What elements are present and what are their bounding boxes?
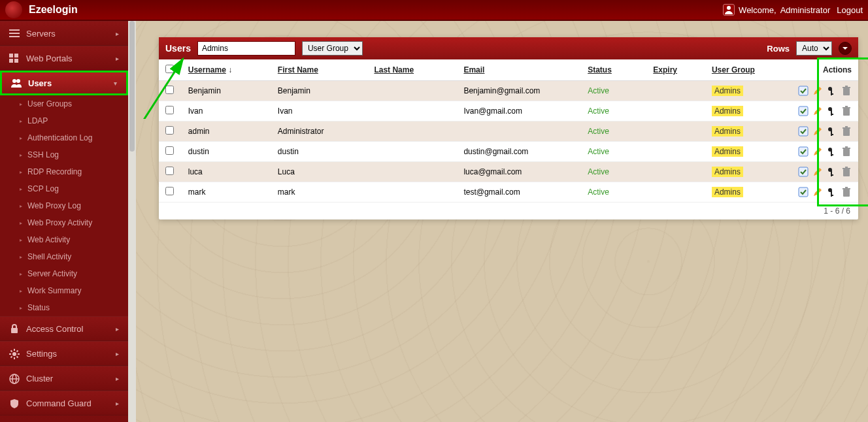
sidebar-sub-ldap[interactable]: ▸LDAP: [0, 112, 128, 129]
sidebar-sub-work-summary[interactable]: ▸Work Summary: [0, 282, 128, 299]
filter-select[interactable]: User Group: [302, 41, 363, 56]
sidebar-item-servers[interactable]: Servers ▸: [0, 21, 128, 46]
cell-username: Ivan: [182, 101, 271, 122]
key-icon[interactable]: [827, 146, 837, 157]
col-expiry[interactable]: Expiry: [653, 65, 677, 74]
chevron-right-icon: ▸: [116, 350, 119, 357]
sidebar-item-commandguard[interactable]: Command Guard ▸: [0, 391, 128, 415]
delete-icon[interactable]: [841, 106, 852, 116]
welcome-prefix: Welcome,: [739, 5, 776, 15]
sidebar-sub-status[interactable]: ▸Status: [0, 299, 128, 316]
sidebar: Servers ▸ Web Portals ▸ Users ▾ ▸User Gr…: [0, 21, 128, 422]
sidebar-sub-web-proxy-activity[interactable]: ▸Web Proxy Activity: [0, 214, 128, 231]
sidebar-sub-label: Web Proxy Log: [27, 201, 81, 210]
row-checkbox[interactable]: [165, 126, 174, 135]
sidebar-item-settings[interactable]: Settings ▸: [0, 341, 128, 366]
svg-rect-26: [843, 107, 850, 108]
delete-icon[interactable]: [841, 86, 852, 96]
sidebar-sub-server-activity[interactable]: ▸Server Activity: [0, 265, 128, 282]
edit-icon[interactable]: [798, 167, 809, 177]
sidebar-sub-ssh-log[interactable]: ▸SSH Log: [0, 146, 128, 163]
chevron-right-icon: ▸: [116, 375, 119, 382]
pencil-icon[interactable]: [812, 187, 823, 197]
sidebar-item-cluster[interactable]: Cluster ▸: [0, 366, 128, 391]
sidebar-sub-label: LDAP: [27, 116, 48, 125]
sidebar-sub-user-groups[interactable]: ▸User Groups: [0, 95, 128, 112]
table-row: markmarktest@gmail.comActiveAdmins: [159, 182, 858, 203]
table-row: BenjaminBenjaminBenjamin@gmail.comActive…: [159, 81, 858, 101]
sidebar-item-accesscontrol[interactable]: Access Control ▸: [0, 316, 128, 341]
shield-icon: [9, 398, 20, 408]
sidebar-item-users[interactable]: Users ▾: [0, 71, 128, 95]
key-icon[interactable]: [827, 167, 837, 177]
sidebar-sub-scp-log[interactable]: ▸SCP Log: [0, 180, 128, 197]
edit-icon[interactable]: [798, 106, 809, 116]
svg-rect-7: [14, 59, 18, 63]
key-icon[interactable]: [827, 86, 837, 96]
col-lastname[interactable]: Last Name: [374, 65, 414, 74]
cell-actions: [788, 81, 858, 101]
col-firstname[interactable]: First Name: [278, 65, 318, 74]
cell-lastname: [367, 101, 457, 122]
key-icon[interactable]: [827, 187, 837, 197]
sidebar-sub-web-activity[interactable]: ▸Web Activity: [0, 231, 128, 248]
edit-icon[interactable]: [798, 187, 809, 197]
sidebar-sub-authentication-log[interactable]: ▸Authentication Log: [0, 129, 128, 146]
sidebar-sub-shell-activity[interactable]: ▸Shell Activity: [0, 248, 128, 265]
col-usergroup[interactable]: User Group: [712, 65, 755, 74]
sidebar-item-label: Users: [28, 78, 107, 88]
sidebar-item-webportals[interactable]: Web Portals ▸: [0, 46, 128, 71]
triangle-right-icon: ▸: [20, 118, 22, 124]
cell-actions: [788, 182, 858, 203]
cell-status: Active: [581, 101, 646, 122]
chevron-right-icon: ▸: [116, 400, 119, 407]
row-checkbox[interactable]: [165, 86, 174, 94]
users-panel: Users User Group Rows Auto Us: [159, 37, 858, 219]
cell-usergroup: Admins: [705, 182, 788, 203]
delete-icon[interactable]: [841, 187, 852, 197]
svg-rect-4: [9, 54, 13, 57]
collapse-button[interactable]: [839, 42, 852, 55]
delete-icon[interactable]: [841, 146, 852, 157]
sidebar-sub-label: Web Activity: [27, 235, 70, 244]
cell-actions: [788, 122, 858, 142]
svg-rect-20: [845, 86, 848, 87]
rows-select[interactable]: Auto: [796, 41, 832, 56]
key-icon[interactable]: [827, 126, 837, 137]
edit-icon[interactable]: [798, 86, 809, 96]
cell-email: [457, 122, 581, 142]
row-checkbox[interactable]: [165, 106, 174, 114]
pencil-icon[interactable]: [812, 146, 823, 157]
logout-link[interactable]: Logout: [837, 5, 863, 15]
col-status[interactable]: Status: [588, 65, 612, 74]
cell-usergroup: Admins: [705, 142, 788, 162]
sidebar-sub-web-proxy-log[interactable]: ▸Web Proxy Log: [0, 197, 128, 214]
topbar: Ezeelogin Welcome, Administrator Logout: [0, 0, 868, 21]
triangle-right-icon: ▸: [20, 203, 22, 209]
edit-icon[interactable]: [798, 146, 809, 157]
sidebar-sub-label: SSH Log: [27, 150, 59, 159]
pencil-icon[interactable]: [812, 167, 823, 177]
delete-icon[interactable]: [841, 126, 852, 137]
filter-input[interactable]: [197, 41, 295, 56]
edit-icon[interactable]: [798, 126, 809, 137]
delete-icon[interactable]: [841, 167, 852, 177]
scroll-thumb[interactable]: [129, 21, 135, 152]
col-username[interactable]: Username: [188, 65, 226, 74]
pencil-icon[interactable]: [812, 106, 823, 116]
sidebar-sub-rdp-recording[interactable]: ▸RDP Recording: [0, 163, 128, 180]
row-checkbox[interactable]: [165, 167, 174, 175]
row-checkbox[interactable]: [165, 187, 174, 195]
col-email[interactable]: Email: [463, 65, 484, 74]
cell-firstname: Ivan: [271, 101, 368, 122]
pencil-icon[interactable]: [812, 126, 823, 137]
cell-expiry: [646, 122, 705, 142]
sidebar-item-label: Servers: [26, 29, 109, 39]
cell-status: Active: [581, 182, 646, 203]
select-all-checkbox[interactable]: [165, 65, 174, 73]
scroll-strip[interactable]: [128, 21, 136, 422]
row-checkbox[interactable]: [165, 146, 174, 155]
svg-rect-47: [843, 168, 850, 169]
pencil-icon[interactable]: [812, 86, 823, 96]
key-icon[interactable]: [827, 106, 837, 116]
